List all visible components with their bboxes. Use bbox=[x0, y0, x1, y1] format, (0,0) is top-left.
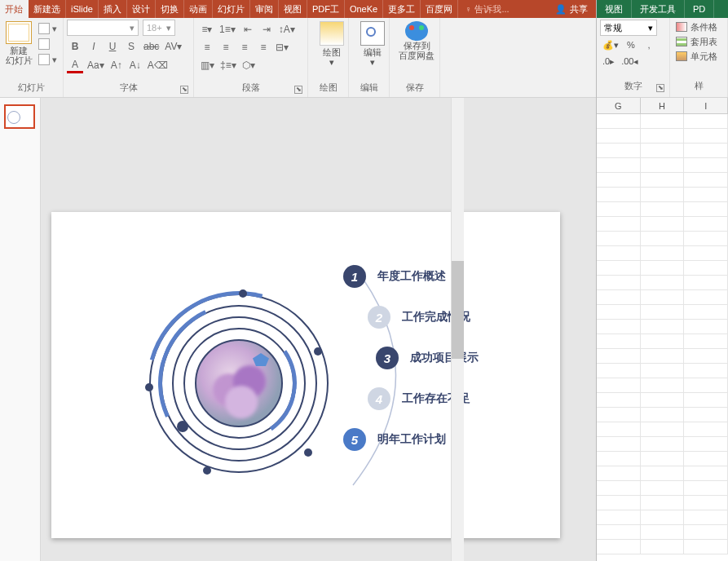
bold-button[interactable]: B bbox=[67, 38, 83, 55]
cell[interactable] bbox=[684, 408, 728, 422]
cell[interactable] bbox=[597, 334, 641, 348]
cell[interactable] bbox=[684, 188, 728, 201]
cell[interactable] bbox=[684, 525, 728, 539]
cell[interactable] bbox=[597, 232, 641, 245]
table-row[interactable] bbox=[597, 496, 728, 510]
shadow-button[interactable]: S bbox=[123, 38, 139, 55]
indent-inc-button[interactable]: ⇥ bbox=[258, 21, 275, 38]
table-row[interactable] bbox=[597, 393, 728, 408]
smartart-button[interactable]: ⬡▾ bbox=[240, 57, 257, 73]
table-row[interactable] bbox=[597, 452, 728, 466]
table-row[interactable] bbox=[597, 173, 728, 188]
tab-slideshow[interactable]: 幻灯片 bbox=[213, 0, 250, 18]
cell[interactable] bbox=[641, 466, 685, 480]
align-left-button[interactable]: ≡ bbox=[199, 39, 215, 55]
cell[interactable] bbox=[684, 217, 728, 231]
col-header-i[interactable]: I bbox=[684, 98, 728, 113]
cell[interactable] bbox=[684, 364, 728, 378]
toc-item-5[interactable]: 5 明年工作计划 bbox=[343, 428, 446, 451]
table-row[interactable] bbox=[597, 276, 728, 290]
cell[interactable] bbox=[641, 144, 685, 157]
line-spacing-button[interactable]: ‡≡▾ bbox=[218, 57, 238, 73]
cell[interactable] bbox=[597, 481, 641, 495]
cell[interactable] bbox=[597, 452, 641, 466]
cell[interactable] bbox=[684, 290, 728, 304]
cell[interactable] bbox=[597, 114, 641, 128]
table-row[interactable] bbox=[597, 290, 728, 305]
conditional-format-button[interactable]: 条件格 bbox=[673, 20, 724, 34]
cell[interactable] bbox=[641, 232, 685, 245]
toc-item-1[interactable]: 1 年度工作概述 bbox=[343, 265, 446, 288]
align-text-button[interactable]: ⊟▾ bbox=[274, 39, 290, 55]
increase-font-button[interactable]: A↑ bbox=[108, 57, 125, 73]
table-row[interactable] bbox=[597, 246, 728, 261]
table-row[interactable] bbox=[597, 437, 728, 452]
cell[interactable] bbox=[597, 466, 641, 480]
vertical-scrollbar[interactable] bbox=[451, 98, 464, 561]
cell[interactable] bbox=[684, 320, 728, 334]
cell[interactable] bbox=[684, 305, 728, 319]
columns-button[interactable]: ▥▾ bbox=[199, 57, 216, 73]
cell[interactable] bbox=[684, 276, 728, 289]
cell[interactable] bbox=[597, 378, 641, 392]
tab-insert[interactable]: 插入 bbox=[99, 0, 127, 18]
table-row[interactable] bbox=[597, 378, 728, 393]
xl-tab-view[interactable]: 视图 bbox=[597, 0, 632, 18]
tab-islide[interactable]: iSlide bbox=[66, 0, 99, 18]
share-button[interactable]: 👤 共享 bbox=[547, 0, 596, 18]
cell[interactable] bbox=[684, 466, 728, 480]
edit-button[interactable]: 编辑 ▾ bbox=[352, 20, 393, 68]
table-row[interactable] bbox=[597, 144, 728, 158]
slide-thumbnail-1[interactable] bbox=[4, 104, 35, 129]
increase-decimal-button[interactable]: .0▸ bbox=[600, 54, 617, 68]
cell[interactable] bbox=[597, 217, 641, 231]
section-button[interactable]: ▾ bbox=[36, 52, 60, 67]
font-size-combo[interactable]: 18+▾ bbox=[143, 20, 175, 36]
table-row[interactable] bbox=[597, 114, 728, 129]
cell[interactable] bbox=[684, 246, 728, 260]
table-row[interactable] bbox=[597, 525, 728, 540]
cell[interactable] bbox=[684, 422, 728, 436]
cell[interactable] bbox=[684, 202, 728, 216]
spacing-button[interactable]: AV▾ bbox=[163, 38, 183, 55]
cell[interactable] bbox=[684, 144, 728, 157]
table-row[interactable] bbox=[597, 466, 728, 481]
cell[interactable] bbox=[597, 510, 641, 524]
cell[interactable] bbox=[641, 408, 685, 422]
cell[interactable] bbox=[641, 114, 685, 128]
tab-more[interactable]: 更多工 bbox=[383, 0, 421, 18]
cell[interactable] bbox=[641, 188, 685, 201]
cell[interactable] bbox=[641, 496, 685, 510]
cell[interactable] bbox=[684, 496, 728, 510]
table-row[interactable] bbox=[597, 305, 728, 320]
cell[interactable] bbox=[597, 276, 641, 289]
table-row[interactable] bbox=[597, 540, 728, 554]
table-row[interactable] bbox=[597, 510, 728, 525]
tab-onekey[interactable]: OneKe bbox=[345, 0, 383, 18]
italic-button[interactable]: I bbox=[86, 38, 102, 55]
font-family-combo[interactable]: ▾ bbox=[67, 20, 139, 36]
cell[interactable] bbox=[641, 437, 685, 451]
cell[interactable] bbox=[641, 510, 685, 524]
decrease-font-button[interactable]: A↓ bbox=[127, 57, 143, 73]
align-right-button[interactable]: ≡ bbox=[236, 39, 253, 55]
cell[interactable] bbox=[597, 173, 641, 187]
cell[interactable] bbox=[597, 408, 641, 422]
cell[interactable] bbox=[684, 452, 728, 466]
cell[interactable] bbox=[641, 305, 685, 319]
cell[interactable] bbox=[641, 202, 685, 216]
tab-animation[interactable]: 动画 bbox=[184, 0, 213, 18]
cell[interactable] bbox=[597, 290, 641, 304]
underline-button[interactable]: U bbox=[104, 38, 121, 55]
cell[interactable] bbox=[684, 158, 728, 172]
col-header-g[interactable]: G bbox=[597, 98, 641, 113]
decrease-decimal-button[interactable]: .00◂ bbox=[619, 54, 641, 68]
slide-thumbnails-pane[interactable] bbox=[0, 98, 41, 561]
table-row[interactable] bbox=[597, 217, 728, 232]
slide-editor[interactable]: 1 年度工作概述 2 工作完成情况 3 成功项目展示 4 工作存在不足 5 明年… bbox=[45, 114, 567, 545]
cell[interactable] bbox=[597, 261, 641, 275]
font-launcher[interactable]: ⬊ bbox=[180, 86, 188, 94]
cell[interactable] bbox=[641, 261, 685, 275]
cell[interactable] bbox=[597, 422, 641, 436]
cell[interactable] bbox=[684, 114, 728, 128]
